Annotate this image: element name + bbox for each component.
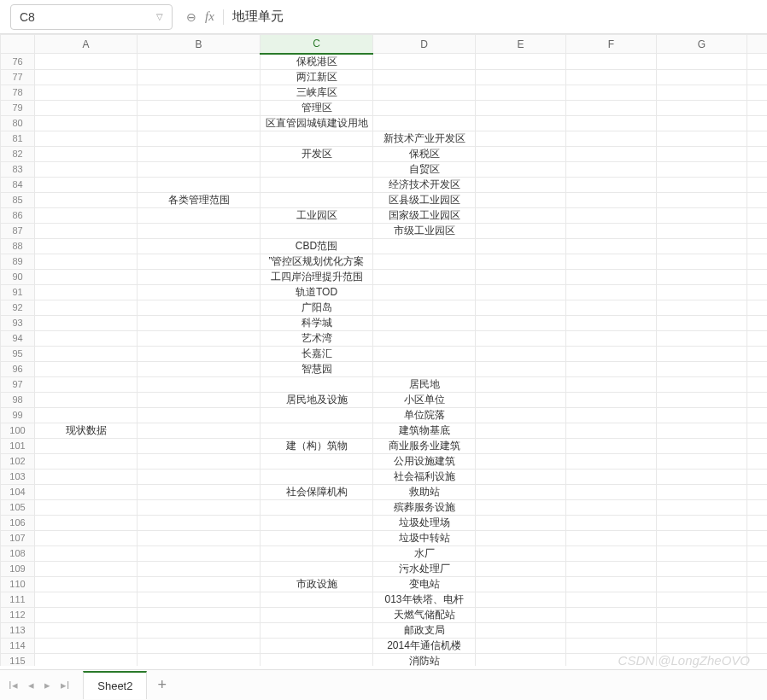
cell[interactable]: [373, 238, 476, 254]
col-header-D[interactable]: D: [373, 35, 476, 54]
cell[interactable]: [747, 177, 768, 192]
row-header[interactable]: 103: [1, 469, 35, 484]
cell[interactable]: [138, 653, 261, 666]
cell[interactable]: [138, 330, 261, 346]
row-header[interactable]: 109: [1, 561, 35, 576]
cell[interactable]: [138, 223, 261, 238]
row-header[interactable]: 80: [1, 115, 35, 131]
cell[interactable]: [373, 315, 476, 330]
row-header[interactable]: 99: [1, 407, 35, 423]
cell[interactable]: [657, 315, 747, 330]
cell[interactable]: [566, 284, 657, 300]
cell[interactable]: 市政设施: [261, 576, 373, 592]
cell[interactable]: [566, 300, 657, 315]
cell[interactable]: 市级工业园区: [373, 223, 476, 238]
cell[interactable]: [747, 638, 768, 653]
cell[interactable]: 居民地及设施: [261, 392, 373, 407]
cell[interactable]: 自贸区: [373, 161, 476, 177]
cell[interactable]: [747, 85, 768, 100]
add-sheet-icon[interactable]: +: [147, 671, 177, 699]
cell[interactable]: [657, 346, 747, 361]
sheet-tab[interactable]: Sheet2: [83, 671, 147, 699]
cell[interactable]: [566, 469, 657, 484]
cell[interactable]: [747, 484, 768, 499]
cell[interactable]: [35, 376, 138, 392]
cell[interactable]: [747, 499, 768, 515]
row-header[interactable]: 76: [1, 54, 35, 70]
cell[interactable]: 社会福利设施: [373, 469, 476, 484]
row-header[interactable]: 84: [1, 177, 35, 192]
cell[interactable]: [657, 392, 747, 407]
cell[interactable]: [566, 361, 657, 376]
cell[interactable]: [261, 223, 373, 238]
cell[interactable]: 各类管理范围: [138, 192, 261, 207]
cell[interactable]: [657, 438, 747, 453]
row-header[interactable]: 95: [1, 346, 35, 361]
cell[interactable]: [138, 530, 261, 545]
row-header[interactable]: 107: [1, 530, 35, 545]
cell[interactable]: [476, 561, 566, 576]
cell[interactable]: [476, 407, 566, 423]
row-header[interactable]: 96: [1, 361, 35, 376]
cell[interactable]: [35, 361, 138, 376]
cell[interactable]: [476, 392, 566, 407]
chevron-down-icon[interactable]: ▽: [156, 12, 163, 21]
cell[interactable]: [261, 622, 373, 638]
cell[interactable]: [566, 484, 657, 499]
cell[interactable]: [373, 269, 476, 284]
col-header-A[interactable]: A: [35, 35, 138, 54]
cell[interactable]: [566, 238, 657, 254]
cell[interactable]: [747, 376, 768, 392]
row-header[interactable]: 91: [1, 284, 35, 300]
cell[interactable]: [138, 638, 261, 653]
cell[interactable]: [657, 545, 747, 561]
cell[interactable]: [747, 469, 768, 484]
cell[interactable]: [373, 300, 476, 315]
cell[interactable]: [566, 146, 657, 161]
row-header[interactable]: 82: [1, 146, 35, 161]
cell[interactable]: [657, 638, 747, 653]
cell[interactable]: [373, 115, 476, 131]
cell[interactable]: [747, 238, 768, 254]
cell[interactable]: [747, 346, 768, 361]
cell[interactable]: [566, 622, 657, 638]
cell[interactable]: [566, 223, 657, 238]
row-header[interactable]: 110: [1, 576, 35, 592]
cell[interactable]: [657, 330, 747, 346]
cell[interactable]: [657, 469, 747, 484]
cell[interactable]: [747, 69, 768, 85]
row-header[interactable]: 113: [1, 622, 35, 638]
cell[interactable]: [261, 376, 373, 392]
cell[interactable]: [373, 254, 476, 269]
cell[interactable]: [35, 269, 138, 284]
row-header[interactable]: 97: [1, 376, 35, 392]
row-header[interactable]: 114: [1, 638, 35, 653]
cell[interactable]: [138, 146, 261, 161]
cell[interactable]: [138, 54, 261, 70]
cell[interactable]: 区直管园城镇建设用地: [261, 115, 373, 131]
cell[interactable]: 新技术产业开发区: [373, 131, 476, 146]
cell[interactable]: [35, 638, 138, 653]
cell[interactable]: [138, 561, 261, 576]
cell[interactable]: [566, 192, 657, 207]
cell[interactable]: [373, 361, 476, 376]
cell[interactable]: [261, 530, 373, 545]
cell[interactable]: 三峡库区: [261, 85, 373, 100]
fx-icon[interactable]: fx: [205, 9, 214, 24]
cell[interactable]: [657, 238, 747, 254]
cell[interactable]: [138, 131, 261, 146]
row-header[interactable]: 112: [1, 607, 35, 622]
cell[interactable]: [35, 515, 138, 530]
cell[interactable]: [138, 376, 261, 392]
cell[interactable]: 工业园区: [261, 207, 373, 223]
cell[interactable]: [657, 622, 747, 638]
cell[interactable]: [566, 561, 657, 576]
cell[interactable]: [476, 376, 566, 392]
cell[interactable]: [566, 207, 657, 223]
cell[interactable]: 经济技术开发区: [373, 177, 476, 192]
cell[interactable]: [138, 392, 261, 407]
cell[interactable]: [566, 161, 657, 177]
cell[interactable]: [138, 438, 261, 453]
cell[interactable]: [747, 530, 768, 545]
cell[interactable]: [657, 300, 747, 315]
